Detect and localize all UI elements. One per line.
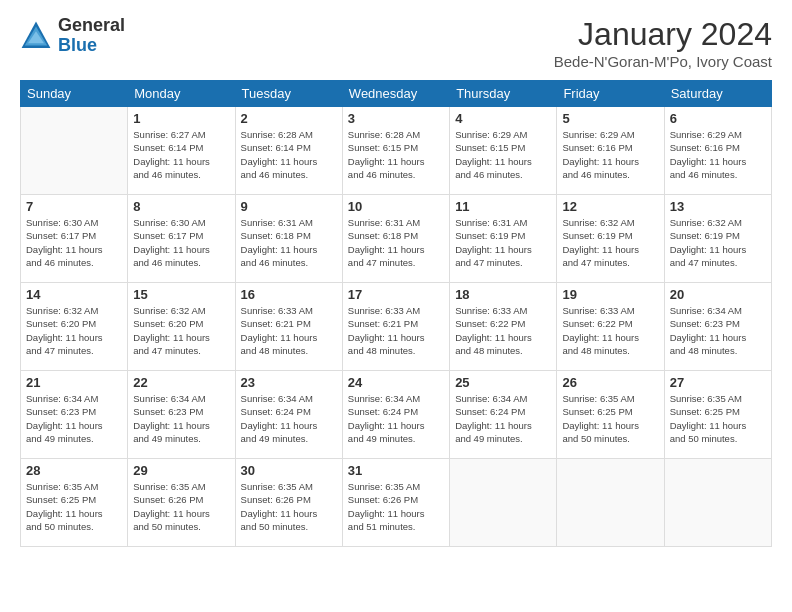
day-number: 3 bbox=[348, 111, 444, 126]
day-info: Sunrise: 6:29 AMSunset: 6:15 PMDaylight:… bbox=[455, 128, 551, 181]
day-number: 17 bbox=[348, 287, 444, 302]
table-row: 25Sunrise: 6:34 AMSunset: 6:24 PMDayligh… bbox=[450, 371, 557, 459]
day-info: Sunrise: 6:34 AMSunset: 6:23 PMDaylight:… bbox=[133, 392, 229, 445]
header-tuesday: Tuesday bbox=[235, 81, 342, 107]
day-info: Sunrise: 6:33 AMSunset: 6:21 PMDaylight:… bbox=[348, 304, 444, 357]
table-row: 14Sunrise: 6:32 AMSunset: 6:20 PMDayligh… bbox=[21, 283, 128, 371]
day-info: Sunrise: 6:35 AMSunset: 6:25 PMDaylight:… bbox=[670, 392, 766, 445]
header-sunday: Sunday bbox=[21, 81, 128, 107]
day-info: Sunrise: 6:34 AMSunset: 6:24 PMDaylight:… bbox=[241, 392, 337, 445]
day-info: Sunrise: 6:31 AMSunset: 6:18 PMDaylight:… bbox=[241, 216, 337, 269]
table-row: 21Sunrise: 6:34 AMSunset: 6:23 PMDayligh… bbox=[21, 371, 128, 459]
logo: General Blue bbox=[20, 16, 125, 56]
calendar-container: General Blue January 2024 Bede-N'Goran-M… bbox=[0, 0, 792, 557]
day-number: 25 bbox=[455, 375, 551, 390]
day-number: 16 bbox=[241, 287, 337, 302]
day-info: Sunrise: 6:34 AMSunset: 6:24 PMDaylight:… bbox=[455, 392, 551, 445]
table-row: 6Sunrise: 6:29 AMSunset: 6:16 PMDaylight… bbox=[664, 107, 771, 195]
header-friday: Friday bbox=[557, 81, 664, 107]
day-info: Sunrise: 6:34 AMSunset: 6:23 PMDaylight:… bbox=[670, 304, 766, 357]
table-row bbox=[664, 459, 771, 547]
day-number: 22 bbox=[133, 375, 229, 390]
day-number: 18 bbox=[455, 287, 551, 302]
month-title: January 2024 bbox=[554, 16, 772, 53]
day-number: 19 bbox=[562, 287, 658, 302]
header-saturday: Saturday bbox=[664, 81, 771, 107]
calendar-week-row: 21Sunrise: 6:34 AMSunset: 6:23 PMDayligh… bbox=[21, 371, 772, 459]
table-row bbox=[450, 459, 557, 547]
day-number: 6 bbox=[670, 111, 766, 126]
logo-icon bbox=[20, 20, 52, 52]
table-row: 16Sunrise: 6:33 AMSunset: 6:21 PMDayligh… bbox=[235, 283, 342, 371]
day-info: Sunrise: 6:35 AMSunset: 6:25 PMDaylight:… bbox=[562, 392, 658, 445]
day-info: Sunrise: 6:33 AMSunset: 6:22 PMDaylight:… bbox=[562, 304, 658, 357]
day-info: Sunrise: 6:32 AMSunset: 6:20 PMDaylight:… bbox=[26, 304, 122, 357]
table-row bbox=[21, 107, 128, 195]
location-text: Bede-N'Goran-M'Po, Ivory Coast bbox=[554, 53, 772, 70]
day-info: Sunrise: 6:32 AMSunset: 6:19 PMDaylight:… bbox=[562, 216, 658, 269]
calendar-week-row: 14Sunrise: 6:32 AMSunset: 6:20 PMDayligh… bbox=[21, 283, 772, 371]
title-block: January 2024 Bede-N'Goran-M'Po, Ivory Co… bbox=[554, 16, 772, 70]
calendar-week-row: 7Sunrise: 6:30 AMSunset: 6:17 PMDaylight… bbox=[21, 195, 772, 283]
table-row: 31Sunrise: 6:35 AMSunset: 6:26 PMDayligh… bbox=[342, 459, 449, 547]
day-number: 2 bbox=[241, 111, 337, 126]
day-number: 28 bbox=[26, 463, 122, 478]
table-row: 19Sunrise: 6:33 AMSunset: 6:22 PMDayligh… bbox=[557, 283, 664, 371]
table-row bbox=[557, 459, 664, 547]
calendar-header: General Blue January 2024 Bede-N'Goran-M… bbox=[20, 16, 772, 70]
day-number: 14 bbox=[26, 287, 122, 302]
day-number: 21 bbox=[26, 375, 122, 390]
day-number: 1 bbox=[133, 111, 229, 126]
day-info: Sunrise: 6:35 AMSunset: 6:26 PMDaylight:… bbox=[133, 480, 229, 533]
day-number: 7 bbox=[26, 199, 122, 214]
calendar-week-row: 28Sunrise: 6:35 AMSunset: 6:25 PMDayligh… bbox=[21, 459, 772, 547]
day-number: 9 bbox=[241, 199, 337, 214]
table-row: 7Sunrise: 6:30 AMSunset: 6:17 PMDaylight… bbox=[21, 195, 128, 283]
day-number: 4 bbox=[455, 111, 551, 126]
day-info: Sunrise: 6:34 AMSunset: 6:23 PMDaylight:… bbox=[26, 392, 122, 445]
table-row: 8Sunrise: 6:30 AMSunset: 6:17 PMDaylight… bbox=[128, 195, 235, 283]
day-info: Sunrise: 6:31 AMSunset: 6:19 PMDaylight:… bbox=[455, 216, 551, 269]
day-number: 20 bbox=[670, 287, 766, 302]
table-row: 29Sunrise: 6:35 AMSunset: 6:26 PMDayligh… bbox=[128, 459, 235, 547]
day-info: Sunrise: 6:30 AMSunset: 6:17 PMDaylight:… bbox=[133, 216, 229, 269]
table-row: 12Sunrise: 6:32 AMSunset: 6:19 PMDayligh… bbox=[557, 195, 664, 283]
day-number: 26 bbox=[562, 375, 658, 390]
day-number: 12 bbox=[562, 199, 658, 214]
table-row: 3Sunrise: 6:28 AMSunset: 6:15 PMDaylight… bbox=[342, 107, 449, 195]
calendar-week-row: 1Sunrise: 6:27 AMSunset: 6:14 PMDaylight… bbox=[21, 107, 772, 195]
header-wednesday: Wednesday bbox=[342, 81, 449, 107]
day-info: Sunrise: 6:28 AMSunset: 6:15 PMDaylight:… bbox=[348, 128, 444, 181]
day-number: 11 bbox=[455, 199, 551, 214]
table-row: 1Sunrise: 6:27 AMSunset: 6:14 PMDaylight… bbox=[128, 107, 235, 195]
table-row: 4Sunrise: 6:29 AMSunset: 6:15 PMDaylight… bbox=[450, 107, 557, 195]
day-info: Sunrise: 6:34 AMSunset: 6:24 PMDaylight:… bbox=[348, 392, 444, 445]
table-row: 20Sunrise: 6:34 AMSunset: 6:23 PMDayligh… bbox=[664, 283, 771, 371]
table-row: 17Sunrise: 6:33 AMSunset: 6:21 PMDayligh… bbox=[342, 283, 449, 371]
day-info: Sunrise: 6:29 AMSunset: 6:16 PMDaylight:… bbox=[562, 128, 658, 181]
day-info: Sunrise: 6:31 AMSunset: 6:18 PMDaylight:… bbox=[348, 216, 444, 269]
table-row: 27Sunrise: 6:35 AMSunset: 6:25 PMDayligh… bbox=[664, 371, 771, 459]
table-row: 9Sunrise: 6:31 AMSunset: 6:18 PMDaylight… bbox=[235, 195, 342, 283]
day-number: 31 bbox=[348, 463, 444, 478]
day-number: 30 bbox=[241, 463, 337, 478]
day-info: Sunrise: 6:27 AMSunset: 6:14 PMDaylight:… bbox=[133, 128, 229, 181]
day-info: Sunrise: 6:33 AMSunset: 6:21 PMDaylight:… bbox=[241, 304, 337, 357]
day-number: 10 bbox=[348, 199, 444, 214]
table-row: 5Sunrise: 6:29 AMSunset: 6:16 PMDaylight… bbox=[557, 107, 664, 195]
day-number: 29 bbox=[133, 463, 229, 478]
day-number: 15 bbox=[133, 287, 229, 302]
day-number: 27 bbox=[670, 375, 766, 390]
day-number: 24 bbox=[348, 375, 444, 390]
table-row: 24Sunrise: 6:34 AMSunset: 6:24 PMDayligh… bbox=[342, 371, 449, 459]
day-info: Sunrise: 6:32 AMSunset: 6:20 PMDaylight:… bbox=[133, 304, 229, 357]
table-row: 23Sunrise: 6:34 AMSunset: 6:24 PMDayligh… bbox=[235, 371, 342, 459]
day-number: 5 bbox=[562, 111, 658, 126]
day-info: Sunrise: 6:32 AMSunset: 6:19 PMDaylight:… bbox=[670, 216, 766, 269]
table-row: 13Sunrise: 6:32 AMSunset: 6:19 PMDayligh… bbox=[664, 195, 771, 283]
table-row: 18Sunrise: 6:33 AMSunset: 6:22 PMDayligh… bbox=[450, 283, 557, 371]
day-info: Sunrise: 6:35 AMSunset: 6:25 PMDaylight:… bbox=[26, 480, 122, 533]
day-info: Sunrise: 6:33 AMSunset: 6:22 PMDaylight:… bbox=[455, 304, 551, 357]
day-info: Sunrise: 6:35 AMSunset: 6:26 PMDaylight:… bbox=[241, 480, 337, 533]
day-info: Sunrise: 6:35 AMSunset: 6:26 PMDaylight:… bbox=[348, 480, 444, 533]
